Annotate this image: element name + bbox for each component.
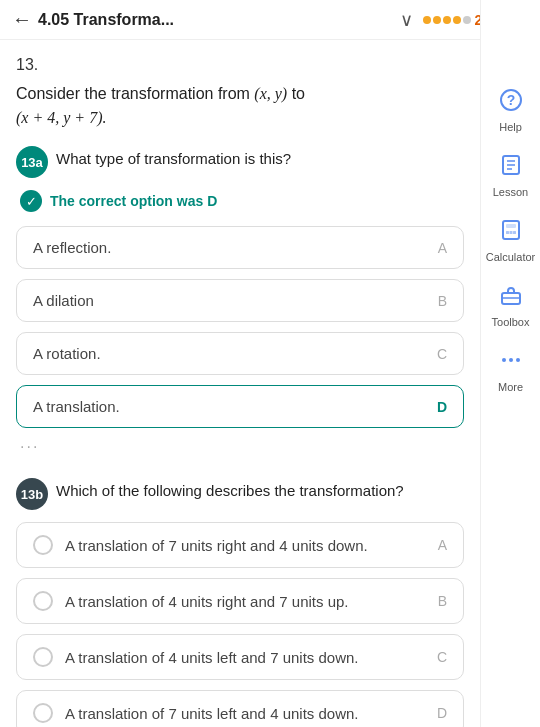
- ellipsis: ···: [16, 436, 464, 462]
- sidebar-more-label: More: [498, 381, 523, 393]
- part-a-question: What type of transformation is this?: [56, 146, 291, 167]
- option-a[interactable]: A reflection. A: [16, 226, 464, 269]
- question-text-before: Consider the transformation from: [16, 85, 250, 102]
- radio-d-text: A translation of 7 units left and 4 unit…: [65, 705, 425, 722]
- sidebar-calculator-label: Calculator: [486, 251, 536, 263]
- radio-b-letter: B: [438, 593, 447, 609]
- option-c-text: A rotation.: [33, 345, 101, 362]
- header: ← 4.05 Transforma... ∨ 2.00 x4: [0, 0, 540, 40]
- transform-from: (x, y): [254, 85, 287, 102]
- svg-point-14: [509, 358, 513, 362]
- option-b-text: A dilation: [33, 292, 94, 309]
- radio-d-circle: [33, 703, 53, 723]
- radio-b-circle: [33, 591, 53, 611]
- radio-c-letter: C: [437, 649, 447, 665]
- back-button[interactable]: ←: [12, 8, 32, 31]
- dot-4: [453, 16, 461, 24]
- radio-option-c[interactable]: A translation of 4 units left and 7 unit…: [16, 634, 464, 680]
- part-b-row: 13b Which of the following describes the…: [16, 478, 464, 510]
- radio-c-text: A translation of 4 units left and 7 unit…: [65, 649, 425, 666]
- svg-rect-6: [503, 221, 519, 239]
- sidebar-toolbox[interactable]: Toolbox: [481, 275, 540, 336]
- toolbox-icon: [499, 283, 523, 313]
- more-icon: [499, 348, 523, 378]
- sidebar-calculator[interactable]: Calculator: [481, 210, 540, 271]
- question-number: 13.: [16, 56, 464, 74]
- radio-a-text: A translation of 7 units right and 4 uni…: [65, 537, 426, 554]
- part-b-options: A translation of 7 units right and 4 uni…: [16, 522, 464, 727]
- svg-point-13: [502, 358, 506, 362]
- header-title: 4.05 Transforma...: [38, 11, 174, 29]
- transform-to: (x + 4, y + 7).: [16, 109, 106, 126]
- radio-option-b[interactable]: A translation of 4 units right and 7 uni…: [16, 578, 464, 624]
- option-d-text: A translation.: [33, 398, 120, 415]
- part-a-options: A reflection. A A dilation B A rotation.…: [16, 226, 464, 428]
- radio-option-a[interactable]: A translation of 7 units right and 4 uni…: [16, 522, 464, 568]
- sidebar-help-label: Help: [499, 121, 522, 133]
- svg-text:?: ?: [506, 92, 515, 108]
- sidebar-lesson-label: Lesson: [493, 186, 528, 198]
- calculator-icon: [499, 218, 523, 248]
- score-dots: [423, 16, 471, 24]
- main-content: 13. Consider the transformation from (x,…: [0, 40, 480, 727]
- option-d[interactable]: A translation. D: [16, 385, 464, 428]
- radio-a-circle: [33, 535, 53, 555]
- option-d-letter: D: [437, 399, 447, 415]
- radio-c-circle: [33, 647, 53, 667]
- sidebar-lesson[interactable]: Lesson: [481, 145, 540, 206]
- check-icon: ✓: [20, 190, 42, 212]
- dot-3: [443, 16, 451, 24]
- question-text-middle: to: [292, 85, 305, 102]
- sidebar-more[interactable]: More: [481, 340, 540, 401]
- part-a-label: 13a: [16, 146, 48, 178]
- option-a-letter: A: [438, 240, 447, 256]
- help-icon: ?: [499, 88, 523, 118]
- radio-option-d[interactable]: A translation of 7 units left and 4 unit…: [16, 690, 464, 727]
- svg-rect-10: [513, 231, 516, 234]
- lesson-icon: [499, 153, 523, 183]
- option-b-letter: B: [438, 293, 447, 309]
- dot-1: [423, 16, 431, 24]
- option-a-text: A reflection.: [33, 239, 111, 256]
- header-left: ← 4.05 Transforma...: [12, 8, 174, 31]
- sidebar-toolbox-label: Toolbox: [492, 316, 530, 328]
- dot-2: [433, 16, 441, 24]
- right-sidebar: ? Help Lesson Calculator: [480, 0, 540, 727]
- part-b-question: Which of the following describes the tra…: [56, 478, 404, 499]
- svg-point-15: [516, 358, 520, 362]
- correct-text: The correct option was D: [50, 193, 217, 209]
- dot-5: [463, 16, 471, 24]
- radio-b-text: A translation of 4 units right and 7 uni…: [65, 593, 426, 610]
- svg-rect-9: [509, 231, 512, 234]
- chevron-down-icon[interactable]: ∨: [400, 9, 413, 31]
- radio-a-letter: A: [438, 537, 447, 553]
- correct-banner: ✓ The correct option was D: [20, 190, 464, 212]
- part-a-row: 13a What type of transformation is this?: [16, 146, 464, 178]
- svg-rect-8: [506, 231, 509, 234]
- option-b[interactable]: A dilation B: [16, 279, 464, 322]
- sidebar-help[interactable]: ? Help: [481, 80, 540, 141]
- radio-d-letter: D: [437, 705, 447, 721]
- svg-rect-7: [506, 224, 516, 228]
- option-c[interactable]: A rotation. C: [16, 332, 464, 375]
- option-c-letter: C: [437, 346, 447, 362]
- part-b-label: 13b: [16, 478, 48, 510]
- question-text: Consider the transformation from (x, y) …: [16, 82, 464, 130]
